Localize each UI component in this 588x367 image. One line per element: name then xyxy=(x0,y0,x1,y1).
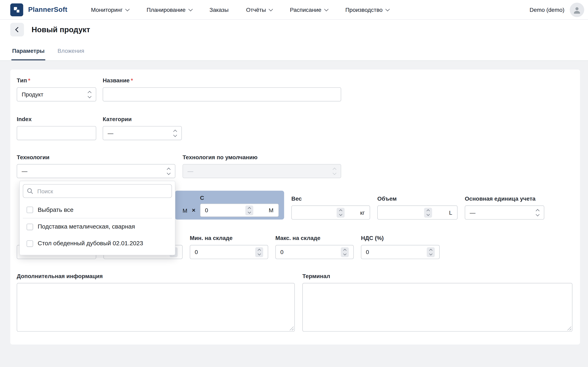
technologies-dropdown: Выбрать все Подставка металическая, свар… xyxy=(19,181,175,255)
person-icon xyxy=(572,5,582,14)
max-stock-input[interactable] xyxy=(280,249,349,255)
spinner-icon[interactable] xyxy=(341,247,349,257)
terminal-label-text: Терминал xyxy=(302,273,330,279)
spinner-icon[interactable] xyxy=(337,208,345,217)
volume-input[interactable] xyxy=(382,209,453,216)
base-unit-select[interactable]: — xyxy=(465,206,544,220)
weight-input[interactable] xyxy=(296,209,365,216)
dimension-c-input[interactable] xyxy=(205,207,274,213)
dimensions-highlight: М × С М xyxy=(175,191,284,220)
nav-orders-label: Заказы xyxy=(209,7,228,13)
page-title: Новый продукт xyxy=(32,25,90,34)
categories-label-text: Категории xyxy=(103,116,132,122)
spinner-icon[interactable] xyxy=(424,208,432,217)
max-stock-field: Макс. на складе xyxy=(276,235,354,259)
page-header: Новый продукт xyxy=(0,20,588,40)
form-row-1: Тип* Продукт Название* xyxy=(17,77,572,101)
nav-reports[interactable]: Отчёты xyxy=(246,7,272,13)
nav-reports-label: Отчёты xyxy=(246,7,266,13)
times-icon: × xyxy=(192,207,195,214)
logo-icon xyxy=(10,3,23,16)
nav-monitoring-label: Мониторинг xyxy=(91,7,123,13)
nav-production[interactable]: Производство xyxy=(346,7,389,13)
name-label: Название* xyxy=(103,77,341,84)
brand[interactable]: PlannerSoft xyxy=(10,3,67,16)
index-field: Index xyxy=(17,116,96,140)
additional-info-label: Дополнительная информация xyxy=(17,273,295,280)
weight-label-text: Вес xyxy=(291,195,302,202)
checkbox[interactable] xyxy=(26,207,33,213)
volume-label-text: Объем xyxy=(377,195,397,202)
type-select[interactable]: Продукт xyxy=(17,87,96,101)
checkbox[interactable] xyxy=(26,240,33,247)
chevron-down-icon xyxy=(385,7,389,11)
max-stock-label: Макс. на складе xyxy=(276,235,354,242)
dropdown-search-input[interactable] xyxy=(36,187,168,194)
base-unit-label-text: Основная единица учета xyxy=(465,195,535,202)
index-label-text: Index xyxy=(17,116,32,122)
name-input[interactable] xyxy=(108,91,336,98)
terminal-textarea[interactable] xyxy=(302,283,572,332)
checkbox[interactable] xyxy=(26,224,33,230)
vat-field: НДС (%) xyxy=(361,235,440,259)
nav-monitoring[interactable]: Мониторинг xyxy=(91,7,129,13)
type-label-text: Тип xyxy=(17,77,27,83)
type-field: Тип* Продукт xyxy=(17,77,96,101)
vat-input[interactable] xyxy=(366,249,435,255)
dimension-unit: М xyxy=(182,207,187,214)
tab-parameters[interactable]: Параметры xyxy=(11,48,45,60)
avatar[interactable] xyxy=(570,2,584,17)
nav-schedule[interactable]: Расписание xyxy=(290,7,328,13)
nav-orders[interactable]: Заказы xyxy=(209,7,228,13)
volume-field: Объем L xyxy=(377,195,458,220)
vat-label: НДС (%) xyxy=(361,235,440,242)
base-unit-select-value: — xyxy=(470,209,476,216)
spinner-icon[interactable] xyxy=(245,205,253,215)
vat-label-text: НДС (%) xyxy=(361,235,384,241)
nav-production-label: Производство xyxy=(346,7,383,13)
option-select-all[interactable]: Выбрать все xyxy=(23,202,172,218)
option-item-label: Подставка металическая, сварная xyxy=(38,223,135,230)
chevron-down-icon xyxy=(269,7,273,11)
app-viewport: PlannerSoft Мониторинг Планирование Зака… xyxy=(0,0,588,367)
back-button[interactable] xyxy=(10,23,24,36)
spinner-icon[interactable] xyxy=(427,247,435,257)
index-input[interactable] xyxy=(22,130,91,136)
min-stock-input[interactable] xyxy=(195,249,263,255)
additional-info-textarea[interactable] xyxy=(17,283,295,332)
nav-schedule-label: Расписание xyxy=(290,7,321,13)
categories-field: Категории — xyxy=(103,116,182,140)
categories-label: Категории xyxy=(103,116,182,123)
dropdown-options: Выбрать все Подставка металическая, свар… xyxy=(23,202,172,252)
name-input-wrap xyxy=(103,87,341,101)
max-stock-input-wrap xyxy=(276,245,354,259)
additional-info-label-text: Дополнительная информация xyxy=(17,273,103,279)
search-icon xyxy=(26,188,34,194)
chevron-down-icon xyxy=(188,7,192,11)
volume-input-wrap: L xyxy=(377,206,458,220)
select-updown-icon xyxy=(333,168,336,174)
option-select-all-label: Выбрать все xyxy=(38,206,73,213)
technologies-label-text: Технологии xyxy=(17,154,49,160)
spinner-icon[interactable] xyxy=(255,247,263,257)
vat-input-wrap xyxy=(361,245,440,259)
nav-planning[interactable]: Планирование xyxy=(147,7,192,13)
categories-select[interactable]: — xyxy=(103,126,182,140)
terminal-label: Терминал xyxy=(302,273,572,280)
terminal-textarea-wrap xyxy=(302,283,572,332)
navbar-right: Demo (demo) xyxy=(530,2,584,17)
min-stock-field: Мин. на складе xyxy=(190,235,268,259)
base-unit-label: Основная единица учета xyxy=(465,195,544,202)
technologies-select[interactable]: — xyxy=(17,164,175,178)
technologies-label: Технологии xyxy=(17,154,175,161)
main-nav: Мониторинг Планирование Заказы Отчёты Ра… xyxy=(91,7,389,13)
user-name: Demo (demo) xyxy=(530,7,564,13)
option-item[interactable]: Стол обеденный дубовый 02.01.2023 xyxy=(23,235,172,252)
weight-unit: кг xyxy=(360,209,365,216)
option-item[interactable]: Подставка металическая, сварная xyxy=(23,218,172,235)
tab-attachments[interactable]: Вложения xyxy=(57,48,85,60)
form-row-6: Дополнительная информация Терминал xyxy=(17,273,572,332)
chevron-down-icon xyxy=(125,7,130,11)
terminal-field: Терминал xyxy=(302,273,572,332)
form-row-4: М × С М Вес xyxy=(175,191,572,220)
